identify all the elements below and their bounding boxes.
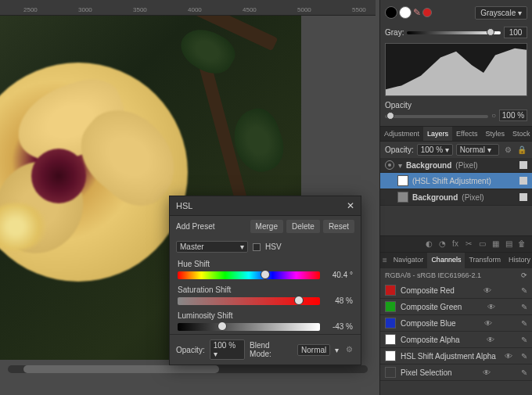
merge-icon[interactable]: ▦ — [490, 239, 501, 250]
visibility-icon[interactable]: 👁 — [487, 303, 495, 311]
slider-knob[interactable] — [487, 28, 494, 36]
chevron-down-icon[interactable]: ▾ — [335, 346, 339, 354]
add-preset-button[interactable]: Add Preset — [176, 222, 214, 231]
hue-slider[interactable] — [178, 271, 320, 279]
visibility-icon[interactable]: 👁 — [487, 336, 494, 344]
gray-value[interactable]: 100 — [504, 27, 527, 38]
opacity-value[interactable]: 100 % — [499, 110, 527, 121]
edit-icon[interactable]: ✎ — [521, 336, 527, 344]
brush-icon[interactable]: ✎ — [413, 7, 421, 18]
hue-label: Hue Shift — [178, 260, 353, 268]
dlg-opacity-dropdown[interactable]: 100 % ▾ — [210, 339, 245, 360]
channel-row[interactable]: Composite Blue👁✎ — [380, 315, 532, 332]
color-swatch-red[interactable] — [422, 8, 432, 17]
colour-profile-info: RGBA/8 - sRGB IEC61966-2.1 — [385, 271, 481, 279]
slider-knob[interactable] — [294, 296, 304, 305]
layer-opacity-dropdown[interactable]: 100 % ▾ — [417, 144, 453, 156]
color-swatch-black[interactable] — [385, 6, 397, 19]
layer-actions-strip: ◐ ◔ fx ✂ ▭ ▦ ▤ 🗑 — [380, 235, 532, 253]
tab-navigator[interactable]: Navigator — [390, 253, 428, 268]
gear-icon[interactable]: ⚙ — [343, 344, 354, 355]
edit-icon[interactable]: ✎ — [521, 368, 527, 377]
visibility-icon[interactable]: 👁 — [483, 286, 491, 295]
visibility-icon[interactable]: 👁 — [483, 368, 491, 377]
slider-knob[interactable] — [217, 321, 227, 331]
channel-name: Pixel Selection — [401, 368, 452, 377]
channel-swatch — [385, 301, 396, 312]
tab-channels[interactable]: Channels — [427, 253, 465, 268]
blend-mode-dropdown[interactable]: Normal ▾ — [456, 144, 499, 156]
layer-checkbox[interactable] — [519, 193, 527, 201]
tab-adjustment[interactable]: Adjustment — [380, 127, 423, 141]
ruler-tick: 5500 — [352, 6, 366, 13]
channel-row[interactable]: HSL Shift Adjustment Alpha👁✎ — [380, 348, 532, 364]
channel-swatch — [385, 334, 396, 345]
chevron-down-icon[interactable]: ▾ — [398, 161, 402, 170]
add-icon[interactable]: ▤ — [503, 239, 514, 250]
ruler-horizontal: 2500 3000 3500 4000 4500 5000 5500 — [0, 0, 376, 16]
visibility-icon[interactable]: 👁 — [484, 319, 492, 328]
tab-layers[interactable]: Layers — [423, 127, 452, 141]
refresh-icon[interactable]: ⟳ — [521, 271, 527, 279]
layer-row[interactable]: (HSL Shift Adjustment) — [380, 173, 532, 189]
group-icon[interactable]: ▭ — [476, 239, 487, 250]
mask-icon[interactable]: ◐ — [423, 239, 434, 250]
hsv-checkbox[interactable] — [253, 243, 261, 251]
merge-button[interactable]: Merge — [250, 220, 283, 233]
channel-row[interactable]: Composite Green👁✎ — [380, 299, 532, 315]
saturation-value[interactable]: 48 % — [325, 296, 353, 305]
gray-label: Gray: — [385, 28, 404, 37]
slider-knob[interactable] — [386, 112, 394, 120]
tab-stock[interactable]: Stock — [509, 127, 532, 141]
scrollbar-thumb[interactable] — [23, 365, 219, 373]
layer-thumbnail — [397, 192, 408, 203]
hue-value[interactable]: 40.4 ° — [325, 271, 353, 279]
tab-transform[interactable]: Transform — [465, 253, 505, 268]
tab-effects[interactable]: Effects — [452, 127, 481, 141]
tab-history[interactable]: History — [505, 253, 532, 268]
opacity-slider[interactable] — [385, 115, 488, 118]
channel-row[interactable]: Pixel Selection👁✎ — [380, 364, 532, 381]
visibility-toggle[interactable] — [385, 160, 394, 170]
ruler-tick: 4500 — [243, 6, 257, 13]
delete-button[interactable]: Delete — [286, 220, 320, 233]
scrollbar-horizontal[interactable] — [8, 365, 368, 373]
edit-icon[interactable]: ✎ — [521, 319, 527, 328]
fx-icon[interactable]: fx — [450, 239, 461, 250]
channel-swatch — [385, 318, 396, 329]
channel-dropdown[interactable]: Master ▾ — [176, 241, 248, 253]
adjustment-icon[interactable]: ◔ — [437, 239, 448, 250]
layer-name: (HSL Shift Adjustment) — [412, 177, 491, 185]
channel-row[interactable]: Composite Red👁✎ — [380, 282, 532, 299]
layer-checkbox[interactable] — [519, 177, 527, 185]
gear-icon[interactable]: ⚙ — [502, 145, 513, 156]
channel-swatch — [385, 285, 396, 296]
visibility-icon[interactable]: 👁 — [505, 352, 512, 361]
layer-row[interactable]: Background (Pixel) — [380, 189, 532, 206]
ruler-tick: 3500 — [133, 6, 147, 13]
slider-knob[interactable] — [261, 270, 270, 279]
edit-icon[interactable]: ✎ — [521, 303, 527, 311]
luminosity-value[interactable]: -43 % — [325, 322, 353, 331]
dialog-titlebar[interactable]: HSL ✕ — [170, 196, 361, 216]
crop-icon[interactable]: ✂ — [463, 239, 474, 250]
delete-icon[interactable]: 🗑 — [516, 239, 527, 250]
color-swatch-white[interactable] — [399, 6, 412, 19]
tab-styles[interactable]: Styles — [481, 127, 509, 141]
edit-icon[interactable]: ✎ — [521, 286, 527, 295]
channel-row[interactable]: Composite Alpha👁✎ — [380, 332, 532, 348]
gray-slider[interactable] — [407, 31, 501, 34]
layer-row[interactable]: ▾ Background (Pixel) — [380, 158, 532, 173]
luminosity-slider[interactable] — [178, 323, 320, 331]
menu-icon[interactable]: ≡ — [383, 255, 387, 266]
dlg-blend-dropdown[interactable]: Normal — [297, 344, 330, 356]
color-mode-dropdown[interactable]: Grayscale ▾ — [475, 6, 527, 20]
close-icon[interactable]: ✕ — [347, 200, 354, 211]
lock-icon[interactable]: 🔒 — [516, 145, 527, 156]
channel-swatch — [385, 367, 396, 378]
hsl-dialog[interactable]: HSL ✕ Add Preset Merge Delete Reset Mast… — [169, 196, 361, 365]
reset-button[interactable]: Reset — [323, 220, 354, 233]
saturation-slider[interactable] — [178, 297, 320, 305]
edit-icon[interactable]: ✎ — [521, 352, 527, 361]
layer-checkbox[interactable] — [519, 161, 527, 169]
